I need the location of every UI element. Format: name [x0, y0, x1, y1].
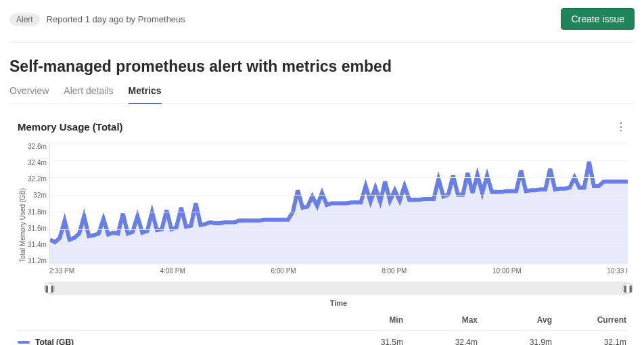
series-swatch-icon [18, 341, 30, 344]
time-scrubber[interactable]: ❚❚ ❚❚ [49, 281, 628, 295]
y-axis-ticks: 32.6m32.4m32.2m32m31.8m31.6m31.4m31.2m [28, 143, 49, 264]
stats-col-avg: Avg [478, 315, 552, 325]
alert-badge: Alert [9, 14, 40, 26]
series-label: Total (GB) [18, 338, 329, 345]
scrubber-handle-left[interactable]: ❚❚ [44, 283, 55, 294]
scrubber-handle-right[interactable]: ❚❚ [622, 283, 633, 294]
stats-table: Min Max Avg Current Total (GB) 31.5m 32.… [18, 315, 626, 345]
tab-alert-details[interactable]: Alert details [64, 85, 113, 104]
stats-col-min: Min [329, 315, 403, 325]
stats-col-current: Current [552, 315, 626, 325]
page-title: Self-managed prometheus alert with metri… [9, 58, 635, 76]
tab-overview[interactable]: Overview [9, 85, 49, 104]
stats-col-max: Max [403, 315, 478, 325]
alert-meta: Alert Reported 1 day ago by Prometheus [9, 14, 185, 24]
tab-metrics[interactable]: Metrics [129, 85, 162, 104]
create-issue-button[interactable]: Create issue [561, 8, 635, 30]
chart-plot[interactable] [49, 143, 628, 264]
table-row: Total (GB) 31.5m 32.4m 31.9m 32.1m [18, 331, 626, 345]
tabs: Overview Alert details Metrics [9, 85, 635, 104]
top-bar: Alert Reported 1 day ago by Prometheus C… [9, 8, 635, 43]
chart-menu-icon[interactable]: ⋮ [610, 118, 632, 136]
reported-text: Reported 1 day ago by Prometheus [47, 14, 185, 24]
y-axis-label: Total Memory Used (GB) [18, 143, 28, 307]
x-axis-label: Time [49, 299, 628, 307]
x-axis-ticks: 2:33 PM4:00 PM6:00 PM8:00 PM10:00 PM10:3… [49, 264, 628, 275]
chart-title: Memory Usage (Total) [18, 121, 123, 133]
